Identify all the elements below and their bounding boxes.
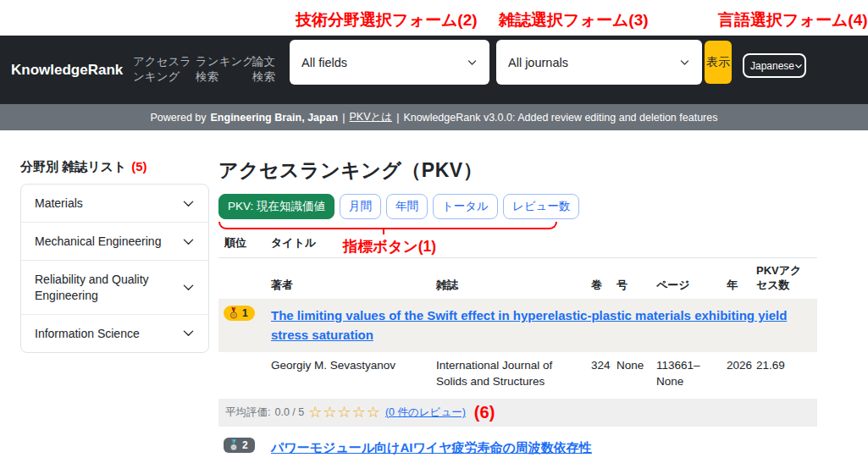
issue-column-header: 号	[616, 278, 656, 293]
accordion-item-label: Materials	[35, 196, 83, 211]
rating-score: 0.0 / 5	[274, 406, 304, 418]
sidebar-title: 分野別 雑誌リスト	[20, 159, 126, 175]
journal-column-header: 雑誌	[436, 278, 591, 293]
silver-medal-icon	[229, 439, 239, 451]
accordion-item-mechanical-engineering[interactable]: Mechanical Engineering	[21, 222, 208, 260]
author-column-header: 著者	[271, 278, 436, 293]
star-icon: ☆	[338, 405, 352, 420]
journal-select[interactable]: All journals	[496, 40, 702, 85]
chevron-down-icon	[182, 235, 195, 248]
pkv-info-link[interactable]: PKVとは	[350, 110, 393, 124]
volume-cell: 324	[591, 358, 616, 373]
annotation-bracket-stem	[383, 228, 384, 234]
journal-cell: International Journal of Solids and Stru…	[436, 358, 591, 389]
chevron-down-icon	[679, 57, 690, 68]
field-select[interactable]: All fields	[290, 40, 489, 85]
pkv-cell: 21.69	[756, 358, 817, 373]
volume-column-header: 巻	[591, 278, 616, 293]
nav-access-ranking[interactable]: アクセスランキング	[133, 54, 202, 86]
pkv-column-header: PKVアクセス数	[756, 264, 817, 293]
pages-cell: 113661–None	[656, 358, 727, 389]
display-button[interactable]: 表示	[705, 41, 732, 84]
banner-version-note: KnowledgeRank v3.0.0: Added review editi…	[403, 112, 717, 124]
annotation-metric-buttons: 指標ボタン(1)	[343, 236, 436, 256]
paper-title-link[interactable]: The limiting values of the Swift effect …	[271, 306, 817, 345]
gold-medal-icon	[229, 307, 239, 319]
pages-column-header: ページ	[656, 278, 727, 293]
rating-label: 平均評価:	[225, 405, 270, 420]
journal-select-value: All journals	[508, 56, 568, 69]
accordion-item-information-science[interactable]: Information Science	[21, 314, 208, 352]
accordion-item-reliability-quality[interactable]: Reliability and Quality Engineering	[21, 260, 208, 313]
brand-logo[interactable]: KnowledgeRank	[11, 62, 123, 79]
title-column-header: タイトル	[271, 235, 316, 251]
review-count-link[interactable]: (0 件のレビュー)	[385, 405, 466, 420]
table-row-rank1-title: 1 The limiting values of the Swift effec…	[218, 299, 817, 353]
annotation-journal-form: 雑誌選択フォーム(3)	[499, 9, 649, 31]
annotation-field-form: 技術分野選択フォーム(2)	[296, 9, 478, 31]
main-content: アクセスランキング（PKV） PKV: 現在知識価値 月間 年間 トータル レビ…	[218, 157, 855, 463]
annotation-language-form: 言語選択フォーム(4)	[718, 9, 868, 31]
table-header-row: 順位 タイトル 指標ボタン(1)	[218, 235, 855, 251]
banner-powered-by: Powered by	[151, 112, 207, 124]
rank-1-badge: 1	[224, 306, 255, 321]
star-icon: ☆	[308, 405, 323, 420]
nav-paper-search[interactable]: 論文検索	[252, 54, 281, 86]
year-cell: 2026	[727, 358, 756, 373]
language-select-value: Japanese	[750, 60, 794, 72]
rank-cell: 1	[218, 306, 271, 322]
chevron-down-icon	[794, 62, 803, 70]
metric-total-button[interactable]: トータル	[433, 194, 498, 219]
page-title: アクセスランキング（PKV）	[218, 157, 855, 183]
rating-stars: ☆ ☆ ☆ ☆ ☆	[308, 405, 381, 420]
issue-cell: None	[616, 358, 656, 373]
metric-review-count-button[interactable]: レビュー数	[503, 194, 579, 219]
annotation-journal-list: (5)	[131, 159, 147, 174]
metric-pkv-button[interactable]: PKV: 現在知識価値	[218, 194, 334, 219]
field-select-value: All fields	[301, 56, 347, 69]
accordion-item-materials[interactable]: Materials	[21, 185, 208, 222]
paper-title-link[interactable]: パワーモジュール向けAIワイヤ疲労寿命の周波数依存性	[271, 438, 817, 457]
table-row-rank2-title: 2 パワーモジュール向けAIワイヤ疲労寿命の周波数依存性	[218, 435, 817, 462]
annotation-review: (6)	[474, 403, 495, 422]
table-subheader-row: 著者 雑誌 巻 号 ページ 年 PKVアクセス数	[218, 258, 817, 299]
banner-company: Engineering Brain, Japan	[211, 112, 339, 124]
info-banner: Powered by Engineering Brain, Japan | PK…	[0, 104, 868, 130]
year-column-header: 年	[727, 278, 756, 293]
chevron-down-icon	[182, 327, 195, 339]
ranking-table: 著者 雑誌 巻 号 ページ 年 PKVアクセス数 1 The	[218, 257, 817, 463]
chevron-down-icon	[467, 57, 478, 68]
metric-monthly-button[interactable]: 月間	[340, 194, 381, 219]
annotation-bracket	[218, 222, 557, 229]
chevron-down-icon	[182, 197, 195, 210]
star-icon: ☆	[323, 405, 337, 420]
rank-number: 1	[242, 307, 248, 319]
rank-number: 2	[242, 439, 248, 451]
accordion-item-label: Information Science	[35, 326, 140, 341]
accordion-item-label: Mechanical Engineering	[35, 234, 161, 249]
rank-cell: 2	[218, 438, 271, 454]
rank-2-badge: 2	[224, 438, 255, 453]
table-row-rank1-details: Georgiy M. Sevastyanov International Jou…	[218, 352, 817, 398]
sidebar: 分野別 雑誌リスト (5) Materials Mechanical Engin…	[20, 159, 209, 353]
star-icon: ☆	[367, 405, 381, 420]
author-cell: Georgiy M. Sevastyanov	[271, 358, 436, 373]
star-icon: ☆	[352, 405, 367, 420]
banner-separator: |	[396, 112, 399, 124]
navbar: KnowledgeRank アクセスランキング ランキング検索 論文検索 All…	[0, 36, 868, 104]
banner-separator: |	[342, 112, 345, 124]
chevron-down-icon	[182, 281, 195, 294]
metric-buttons: PKV: 現在知識価値 月間 年間 トータル レビュー数	[218, 194, 855, 219]
language-select[interactable]: Japanese	[743, 53, 806, 78]
metric-yearly-button[interactable]: 年間	[386, 194, 428, 219]
nav-ranking-search[interactable]: ランキング検索	[196, 54, 255, 86]
accordion-item-label: Reliability and Quality Engineering	[35, 272, 162, 302]
rating-row: 平均評価: 0.0 / 5 ☆ ☆ ☆ ☆ ☆ (0 件のレビュー) (6)	[218, 399, 817, 427]
journal-accordion: Materials Mechanical Engineering Reliabi…	[20, 184, 209, 353]
rank-column-header: 順位	[224, 235, 246, 251]
